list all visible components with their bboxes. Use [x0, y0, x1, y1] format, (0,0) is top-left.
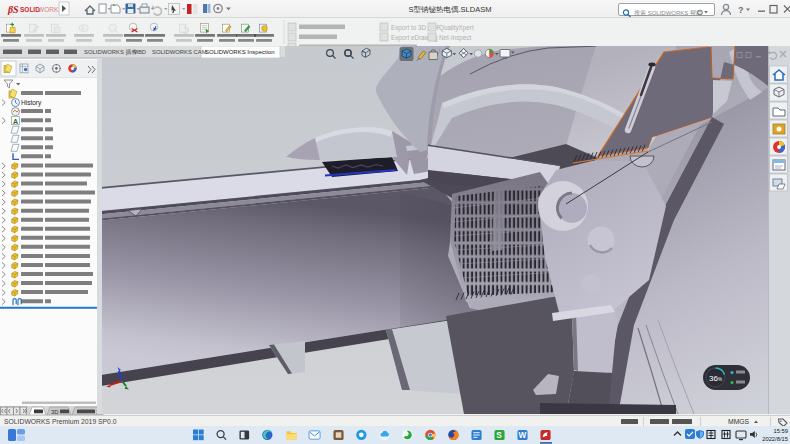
svg-text:3D: 3D	[51, 409, 59, 415]
svg-text:搜索 SOLIDWORKS 帮助: 搜索 SOLIDWORKS 帮助	[634, 9, 702, 17]
svg-text:SOLIDWORKS Inspection: SOLIDWORKS Inspection	[205, 49, 275, 55]
svg-text:A: A	[13, 118, 18, 125]
svg-text:βS: βS	[7, 4, 19, 15]
svg-text:SOLIDWORKS CAM: SOLIDWORKS CAM	[152, 49, 207, 55]
svg-text:1: 1	[82, 25, 85, 31]
svg-text:QualityXpert: QualityXpert	[439, 24, 474, 32]
svg-text:S: S	[496, 431, 502, 440]
svg-text:W: W	[518, 431, 526, 440]
svg-text:SOLIDWORKS 插件: SOLIDWORKS 插件	[84, 49, 137, 56]
svg-text:S型钠铋热电偶.SLDASM: S型钠铋热电偶.SLDASM	[409, 5, 492, 14]
svg-text:MBD: MBD	[133, 49, 146, 55]
svg-text:Net-Inspect: Net-Inspect	[439, 34, 471, 42]
svg-text:?: ?	[738, 5, 744, 15]
svg-text:History: History	[21, 99, 42, 107]
